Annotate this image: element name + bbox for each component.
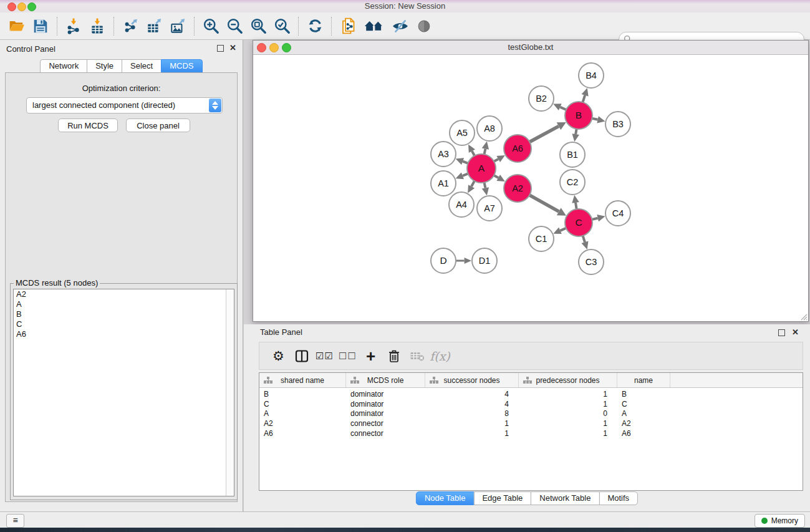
import-table-icon — [89, 18, 105, 34]
node-label: A8 — [484, 123, 495, 133]
column-header-predecessor-nodes[interactable]: predecessor nodes — [519, 373, 617, 387]
result-item[interactable]: A — [14, 299, 234, 309]
close-panel-button[interactable]: Close panel — [126, 118, 190, 132]
table-cell[interactable]: dominator — [346, 390, 425, 399]
trash-icon — [388, 349, 400, 363]
result-item[interactable]: A6 — [14, 329, 234, 339]
shared-attribute-icon — [350, 377, 359, 384]
column-header-successor-nodes[interactable]: successor nodes — [425, 373, 519, 387]
table-cell[interactable]: 8 — [425, 409, 519, 418]
table-cell[interactable]: 4 — [425, 390, 519, 399]
table-cell[interactable]: 1 — [425, 419, 519, 428]
function-builder-button[interactable]: f(x) — [428, 346, 451, 367]
column-layout-button[interactable] — [290, 346, 313, 367]
column-header-name[interactable]: name — [617, 373, 670, 387]
zoom-selected-button[interactable] — [270, 16, 294, 37]
table-cell[interactable]: dominator — [346, 400, 425, 409]
table-row[interactable]: Bdominator41B — [259, 389, 803, 399]
tab-network-table[interactable]: Network Table — [531, 491, 599, 505]
edge-A2-C[interactable] — [528, 195, 559, 211]
table-cell[interactable]: B — [617, 390, 670, 399]
table-cell[interactable]: A2 — [617, 419, 670, 428]
table-cell[interactable]: A6 — [259, 429, 346, 438]
table-cell[interactable]: C — [617, 400, 670, 409]
import-network-button[interactable] — [62, 16, 85, 37]
memory-button[interactable]: Memory — [755, 514, 805, 528]
import-table-button[interactable] — [85, 16, 109, 37]
toolbar-separator — [331, 17, 332, 36]
mcds-panel: Optimization criterion: largest connecte… — [5, 72, 238, 502]
table-cell[interactable]: 1 — [519, 429, 617, 438]
table-cell[interactable]: 1 — [425, 429, 519, 438]
result-item[interactable]: C — [14, 319, 234, 329]
result-item[interactable]: B — [14, 309, 234, 319]
run-mcds-button[interactable]: Run MCDS — [58, 118, 118, 132]
edge-arrow-icon — [572, 133, 579, 142]
delete-table-button[interactable] — [405, 346, 428, 367]
apply-layout-button[interactable] — [303, 16, 327, 37]
export-network-button[interactable] — [118, 16, 142, 37]
mcds-result-list[interactable]: A2ABCA6 — [13, 289, 234, 496]
list-icon: ≡ — [12, 515, 17, 525]
result-item[interactable]: A2 — [14, 289, 234, 299]
task-history-button[interactable]: ≡ — [6, 514, 24, 528]
float-panel-icon[interactable] — [217, 45, 224, 52]
table-cell[interactable]: A2 — [259, 419, 346, 428]
first-neighbors-button[interactable] — [360, 16, 388, 37]
zoom-fit-button[interactable] — [246, 16, 270, 37]
criterion-dropdown[interactable]: largest connected component (directed) — [26, 97, 223, 114]
table-cell[interactable]: connector — [346, 419, 425, 428]
table-row[interactable]: A2connector11A2 — [259, 418, 803, 428]
table-cell[interactable]: A6 — [617, 429, 670, 438]
resize-grip-icon[interactable] — [799, 312, 808, 321]
table-cell[interactable]: 1 — [519, 400, 617, 409]
tab-node-table[interactable]: Node Table — [416, 491, 475, 505]
delete-column-button[interactable] — [382, 346, 405, 367]
save-session-button[interactable] — [29, 16, 52, 37]
table-cell[interactable]: 1 — [519, 419, 617, 428]
tab-select[interactable]: Select — [122, 59, 162, 73]
hide-selected-button[interactable] — [388, 16, 412, 37]
table-cell[interactable]: B — [259, 390, 346, 399]
table-body: Bdominator41BCdominator41CAdominator80AA… — [259, 388, 803, 438]
network-canvas[interactable]: B4B2BB3A8A5A6A3B1AC2A1A2A4A7C4CC1DD1C3 — [253, 54, 808, 321]
table-cell[interactable]: C — [259, 400, 346, 409]
table-row[interactable]: Adominator80A — [259, 409, 803, 419]
close-panel-icon[interactable]: ✕ — [229, 43, 236, 52]
table-cell[interactable]: A — [259, 409, 346, 418]
result-scrollbar[interactable] — [226, 289, 234, 496]
table-settings-button[interactable]: ⚙ — [267, 346, 290, 367]
open-file-button[interactable] — [5, 16, 29, 37]
add-column-button[interactable]: + — [359, 346, 382, 367]
node-label: C — [575, 217, 582, 228]
table-cell[interactable]: 4 — [425, 400, 519, 409]
export-table-button[interactable] — [142, 16, 166, 37]
zoom-out-button[interactable] — [223, 16, 246, 37]
show-hidden-button[interactable] — [412, 16, 436, 37]
node-label: A3 — [438, 149, 449, 159]
table-row[interactable]: A6connector11A6 — [259, 428, 803, 438]
table-cell[interactable]: dominator — [346, 409, 425, 418]
select-all-button[interactable]: ☑☑ — [313, 346, 336, 367]
column-header-shared-name[interactable]: shared name — [259, 373, 346, 387]
tab-mcds[interactable]: MCDS — [161, 59, 202, 73]
shared-attribute-icon — [523, 377, 532, 384]
float-table-panel-icon[interactable] — [778, 329, 785, 336]
clone-network-button[interactable] — [336, 16, 360, 37]
table-cell[interactable]: 1 — [519, 390, 617, 399]
export-image-button[interactable] — [166, 16, 190, 37]
table-cell[interactable]: 0 — [519, 409, 617, 418]
tab-style[interactable]: Style — [87, 59, 122, 73]
tab-motifs[interactable]: Motifs — [599, 491, 638, 505]
tab-edge-table[interactable]: Edge Table — [473, 491, 531, 505]
table-cell[interactable]: connector — [346, 429, 425, 438]
table-row[interactable]: Cdominator41C — [259, 399, 803, 409]
edge-A6-B[interactable] — [529, 126, 559, 142]
deselect-all-button[interactable]: ☐☐ — [336, 346, 359, 367]
tab-network[interactable]: Network — [40, 59, 87, 73]
close-table-panel-icon[interactable]: ✕ — [792, 327, 799, 337]
zoom-in-button[interactable] — [199, 16, 223, 37]
column-header-MCDS-role[interactable]: MCDS role — [346, 373, 425, 387]
column-header-label: successor nodes — [443, 376, 499, 385]
table-cell[interactable]: A — [617, 409, 670, 418]
